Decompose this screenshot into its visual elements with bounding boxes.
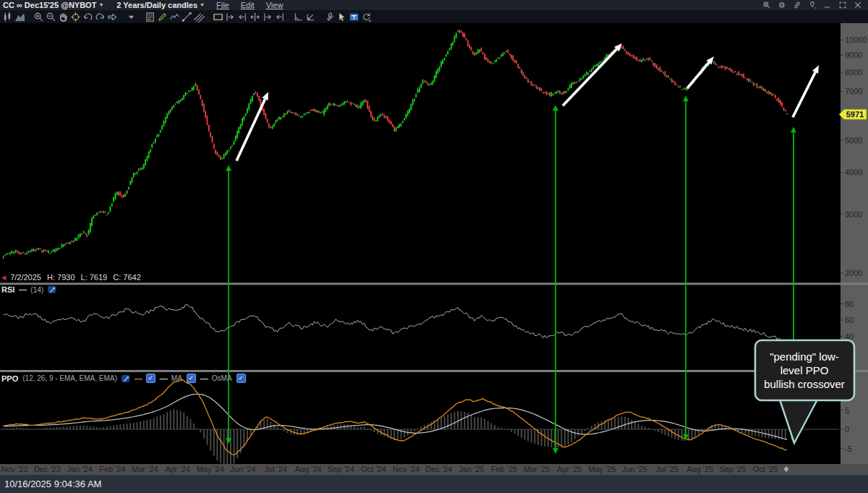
zoom-settings-icon[interactable] (762, 1, 771, 9)
svg-text:Apr '25: Apr '25 (557, 465, 582, 473)
chevron-down-icon: ▼ (98, 0, 103, 10)
callout-text-line: "pending" low- (770, 350, 839, 363)
panel-divider[interactable] (0, 283, 868, 285)
ma-line-swatch: — (160, 374, 167, 383)
rsi-panel[interactable] (0, 285, 841, 371)
expand-bar-left-icon[interactable] (224, 12, 237, 22)
panel-divider[interactable] (0, 370, 868, 372)
rsi-period-label: (14) (30, 286, 43, 294)
crosshair-icon[interactable] (69, 12, 82, 22)
main-toolbar (0, 10, 868, 23)
svg-text:2000: 2000 (845, 269, 862, 277)
osma-label: OsMA (212, 374, 232, 382)
arrow-tool-icon[interactable] (106, 12, 119, 22)
svg-text:Feb '25: Feb '25 (491, 465, 517, 473)
zoom-out-icon[interactable] (45, 12, 57, 22)
svg-text:60: 60 (845, 316, 854, 324)
last-price-tag: 5971 (839, 109, 867, 119)
svg-text:Aug '25: Aug '25 (686, 465, 713, 473)
ppo-panel-header: PPO (12, 26, 9 - EMA, EMA, EMA) — — MA —… (1, 374, 246, 383)
minimize-icon[interactable] (823, 1, 832, 9)
svg-text:4000: 4000 (845, 168, 862, 177)
svg-text:Jun '25: Jun '25 (622, 465, 647, 473)
title-bar: CC ∞ Dec15'25 @NYBOT ▼ 2 Years/Daily can… (0, 0, 868, 10)
svg-text:10000: 10000 (845, 35, 867, 44)
svg-text:Mar '25: Mar '25 (524, 465, 550, 473)
parallel-lines-icon[interactable] (193, 12, 205, 22)
readout-date: 7/2/2025 (10, 273, 41, 282)
contract-label: CC ∞ Dec15'25 @NYBOT (3, 0, 96, 10)
status-bar: 10/16/2025 9:04:36 AM (0, 475, 868, 493)
ma-visible-checkbox[interactable] (187, 374, 196, 383)
angle-tool-2-icon[interactable] (305, 12, 317, 22)
rsi-panel-header: RSI — (14) (1, 285, 56, 294)
center-bars-icon[interactable] (249, 12, 261, 22)
callout-text-line: level PPO (780, 364, 829, 376)
contract-selector[interactable]: CC ∞ Dec15'25 @NYBOT ▼ (3, 0, 103, 10)
osma-visible-checkbox[interactable] (237, 374, 246, 383)
rectangle-icon[interactable] (212, 12, 224, 22)
osma-swatch: — (200, 374, 208, 383)
zoom-in-icon[interactable] (33, 12, 45, 22)
crosshair-readout: ◀ 7/2/2025 H: 7930 L: 7619 C: 7642 (1, 273, 141, 282)
svg-text:Sep '24: Sep '24 (328, 465, 354, 473)
refresh-icon[interactable] (360, 12, 373, 22)
chart-canvas[interactable]: 1000090008000700050004000300020008060405… (0, 23, 868, 475)
menu-edit[interactable]: Edit (241, 0, 255, 10)
menu-file[interactable]: File (216, 0, 229, 10)
settings-gear-icon[interactable] (778, 1, 786, 9)
chart-area: 1000090008000700050004000300020008060405… (0, 23, 868, 475)
ppo-settings-icon[interactable] (122, 374, 130, 383)
chevron-down-icon: ▼ (200, 0, 205, 10)
svg-text:May '24: May '24 (197, 465, 224, 473)
angle-tool-icon[interactable] (292, 12, 305, 22)
svg-text:Jan '24: Jan '24 (67, 465, 93, 473)
svg-text:Apr '24: Apr '24 (165, 465, 190, 473)
trendline-icon[interactable] (181, 12, 193, 22)
undo-icon[interactable] (82, 12, 94, 22)
price-panel[interactable] (0, 23, 841, 283)
svg-text:Dec '23: Dec '23 (34, 465, 61, 473)
close-icon[interactable] (854, 1, 862, 9)
callout-text-line: bullish crossover (764, 378, 845, 390)
svg-text:0: 0 (845, 425, 849, 434)
pin-icon[interactable] (808, 1, 817, 9)
svg-text:-5: -5 (845, 444, 852, 453)
wrench-icon[interactable] (323, 12, 336, 22)
ppo-line-swatch: — (135, 374, 142, 383)
ppo-visible-checkbox[interactable] (146, 374, 156, 383)
svg-text:5000: 5000 (845, 136, 862, 145)
ppo-params-label: (12, 26, 9 - EMA, EMA, EMA) (22, 374, 117, 382)
redo-icon[interactable] (94, 12, 106, 22)
svg-text:8000: 8000 (845, 68, 862, 77)
svg-text:Aug '24: Aug '24 (295, 465, 322, 473)
svg-text:Oct '24: Oct '24 (361, 465, 386, 473)
tool-dropdown-icon[interactable] (125, 12, 137, 22)
svg-text:Dec '24: Dec '24 (425, 465, 452, 473)
price-chart-icon[interactable] (1, 12, 14, 22)
timeframe-selector[interactable]: 2 Years/Daily candles ▼ (116, 0, 205, 10)
area-chart-icon[interactable] (14, 12, 26, 22)
rsi-settings-icon[interactable] (48, 285, 56, 294)
shift-bar-left-icon[interactable] (237, 12, 249, 22)
link-icon[interactable] (793, 1, 801, 9)
readout-marker-icon: ◀ (1, 274, 6, 281)
maximize-icon[interactable] (838, 1, 847, 9)
window-controls (762, 1, 862, 9)
pointer-icon[interactable] (336, 12, 348, 22)
menu-view[interactable]: View (266, 0, 284, 10)
draw-pencil-icon[interactable] (156, 12, 169, 22)
svg-text:80: 80 (845, 300, 854, 308)
readout-high: H: 7930 (47, 273, 75, 282)
svg-text:Sep '25: Sep '25 (719, 465, 746, 473)
status-datetime: 10/16/2025 9:04:36 AM (4, 479, 101, 489)
svg-text:Nov '24: Nov '24 (393, 465, 420, 473)
indicators-icon[interactable] (169, 12, 181, 22)
pan-hand-icon[interactable] (57, 12, 69, 22)
shift-bar-right-icon[interactable] (261, 12, 273, 22)
text-tool-icon[interactable] (348, 12, 360, 22)
expand-bar-right-icon[interactable] (273, 12, 286, 22)
notes-icon[interactable] (144, 12, 156, 22)
svg-text:Feb '24: Feb '24 (99, 465, 125, 473)
svg-text:7000: 7000 (845, 87, 862, 96)
